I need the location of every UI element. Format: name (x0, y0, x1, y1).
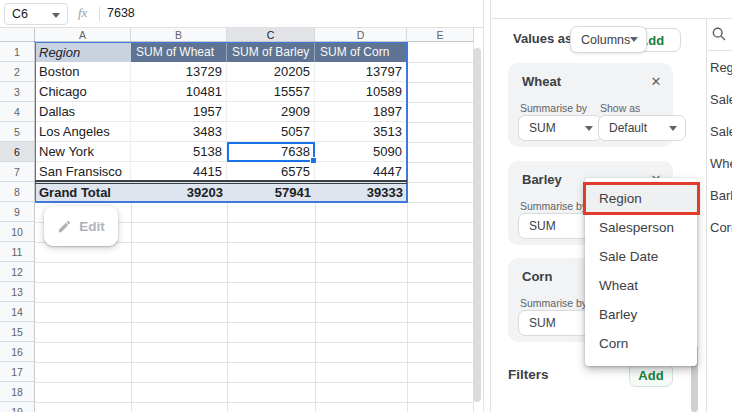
name-box-value: C6 (12, 7, 28, 21)
gridline-horizontal (35, 322, 474, 323)
pivot-cell[interactable]: Chicago (35, 82, 131, 102)
pivot-cell[interactable]: 4415 (131, 162, 227, 182)
pivot-cell[interactable]: 10481 (131, 82, 227, 102)
row-header-11[interactable]: 11 (0, 242, 35, 262)
pivot-cell[interactable]: 5057 (227, 122, 315, 142)
pivot-grand-total-cell[interactable]: Grand Total (35, 182, 131, 202)
filters-add-button[interactable]: Add (629, 363, 673, 387)
pivot-grand-total-cell[interactable]: 39203 (131, 182, 227, 202)
pivot-cell[interactable]: 10589 (315, 82, 407, 102)
summarise-by-dropdown-value: SUM (529, 219, 556, 233)
pivot-panel-top-border (490, 18, 732, 19)
row-header-6[interactable]: 6 (0, 142, 35, 162)
pivot-cell[interactable]: 20205 (227, 62, 315, 82)
pivot-cell[interactable]: 1897 (315, 102, 407, 122)
menu-item-barley[interactable]: Barley (585, 300, 697, 329)
pivot-cell[interactable]: 3483 (131, 122, 227, 142)
column-header-E[interactable]: E (407, 28, 474, 42)
close-icon[interactable]: ✕ (647, 72, 665, 90)
pivot-header-cell[interactable]: Region (35, 42, 131, 62)
summarise-by-label: Summarise by (520, 297, 587, 309)
show-as-dropdown-value: Default (609, 121, 647, 135)
row-header-16[interactable]: 16 (0, 342, 35, 362)
row-header-8[interactable]: 8 (0, 182, 35, 202)
row-header-18[interactable]: 18 (0, 382, 35, 402)
pivot-grand-total-cell[interactable]: 57941 (227, 182, 315, 202)
row-header-12[interactable]: 12 (0, 262, 35, 282)
row-header-17[interactable]: 17 (0, 362, 35, 382)
pivot-header-cell[interactable]: SUM of Corn (315, 42, 407, 62)
pivot-cell[interactable]: San Fransisco (35, 162, 131, 182)
column-header-A[interactable]: A (35, 28, 131, 42)
row-header-10[interactable]: 10 (0, 222, 35, 242)
sheet-vertical-scrollbar[interactable] (473, 48, 481, 402)
pivot-cell[interactable]: Boston (35, 62, 131, 82)
pivot-cell[interactable]: 13797 (315, 62, 407, 82)
chevron-down-icon (669, 126, 677, 131)
menu-item-salesperson[interactable]: Salesperson (585, 213, 697, 242)
name-box[interactable]: C6 (4, 3, 68, 25)
gridline-horizontal (35, 262, 474, 263)
pivot-cell[interactable]: 15557 (227, 82, 315, 102)
field-item-barley[interactable]: Barley (710, 188, 732, 204)
pivot-cell[interactable]: 6575 (227, 162, 315, 182)
edit-button[interactable]: Edit (44, 206, 118, 246)
show-as-dropdown[interactable]: Default (598, 115, 686, 141)
values-as-label: Values as: (513, 31, 577, 46)
pivot-cell[interactable]: 1957 (131, 102, 227, 122)
pivot-cell[interactable]: 7638 (227, 142, 315, 162)
value-card-wheat: Wheat✕Summarise byShow asSUMDefault (508, 63, 673, 147)
values-as-dropdown[interactable]: Columns (570, 26, 647, 53)
select-all-corner[interactable] (0, 28, 35, 42)
row-header-15[interactable]: 15 (0, 322, 35, 342)
menu-item-wheat[interactable]: Wheat (585, 271, 697, 300)
chevron-down-icon (630, 37, 638, 42)
summarise-by-dropdown[interactable]: SUM (518, 115, 602, 141)
field-item-salesperson[interactable]: Salesperson (710, 92, 732, 108)
filters-label: Filters (508, 367, 549, 382)
search-icon[interactable] (711, 26, 727, 46)
pivot-cell[interactable]: 2909 (227, 102, 315, 122)
column-header-B[interactable]: B (131, 28, 227, 42)
pivot-cell[interactable]: 3513 (315, 122, 407, 142)
pivot-header-cell[interactable]: SUM of Wheat (131, 42, 227, 62)
pivot-cell[interactable]: 5090 (315, 142, 407, 162)
row-header-1[interactable]: 1 (0, 42, 35, 62)
row-header-7[interactable]: 7 (0, 162, 35, 182)
pivot-header-cell[interactable]: SUM of Barley (227, 42, 315, 62)
field-item-region[interactable]: Region (710, 60, 732, 76)
pivot-cell[interactable]: 4447 (315, 162, 407, 182)
menu-item-sale-date[interactable]: Sale Date (585, 242, 697, 271)
pivot-cell[interactable]: 5138 (131, 142, 227, 162)
pivot-grand-total-cell[interactable]: 39333 (315, 182, 407, 202)
pivot-cell[interactable]: Los Angeles (35, 122, 131, 142)
values-as-dropdown-value: Columns (581, 33, 630, 47)
row-header-9[interactable]: 9 (0, 202, 35, 222)
field-item-wheat[interactable]: Wheat (710, 156, 732, 172)
column-header-C[interactable]: C (227, 28, 315, 42)
field-item-corn[interactable]: Corn (710, 220, 732, 236)
column-header-D[interactable]: D (315, 28, 407, 42)
row-header-13[interactable]: 13 (0, 282, 35, 302)
row-header-3[interactable]: 3 (0, 82, 35, 102)
row-header-5[interactable]: 5 (0, 122, 35, 142)
gridline-horizontal (35, 402, 474, 403)
row-header-4[interactable]: 4 (0, 102, 35, 122)
summarise-by-label: Summarise by (520, 102, 587, 114)
edit-button-label: Edit (79, 219, 105, 234)
fields-panel-left-border (706, 18, 707, 412)
pivot-cell[interactable]: Dallas (35, 102, 131, 122)
summarise-by-dropdown-value: SUM (529, 316, 556, 330)
name-box-dropdown-icon[interactable] (52, 13, 60, 18)
pivot-cell[interactable]: New York (35, 142, 131, 162)
row-header-19[interactable]: 19 (0, 402, 35, 412)
formula-input[interactable]: 7638 (107, 6, 135, 20)
gridline-horizontal (35, 342, 474, 343)
menu-item-corn[interactable]: Corn (585, 329, 697, 358)
pivot-cell[interactable]: 13729 (131, 62, 227, 82)
field-item-sale-date[interactable]: Sale Date (710, 124, 732, 140)
fill-handle[interactable] (310, 157, 317, 164)
row-header-2[interactable]: 2 (0, 62, 35, 82)
row-header-14[interactable]: 14 (0, 302, 35, 322)
menu-item-region[interactable]: Region (585, 184, 697, 213)
